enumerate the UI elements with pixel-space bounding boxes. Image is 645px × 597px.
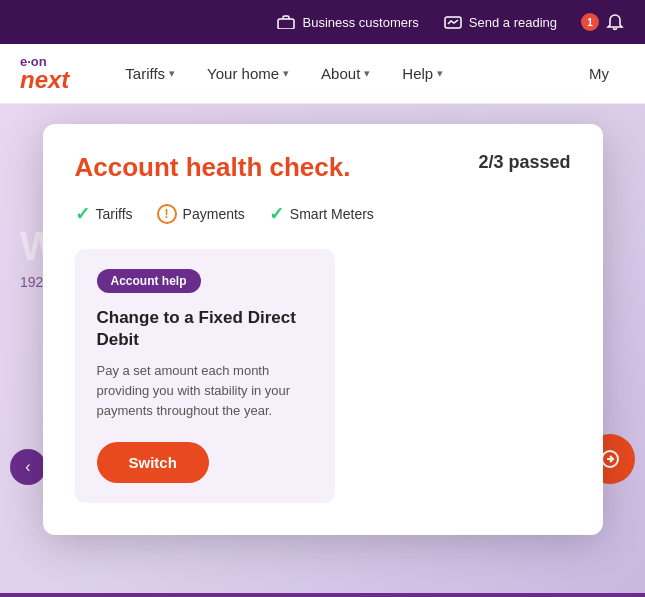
check-icon: ✓ [75,203,90,225]
svg-rect-0 [278,19,294,29]
top-bar: Business customers Send a reading 1 [0,0,645,44]
notification-link[interactable]: 1 [581,12,625,32]
business-customers-label: Business customers [302,15,418,30]
health-item-smart-meters: ✓ Smart Meters [269,203,374,225]
nav-item-tariffs[interactable]: Tariffs ▾ [109,44,191,104]
modal-title: Account health check. [75,152,351,183]
nav-item-my-account[interactable]: My [573,44,625,104]
nav-item-about[interactable]: About ▾ [305,44,386,104]
send-reading-label: Send a reading [469,15,557,30]
nav-my-label: My [589,65,609,82]
health-item-payments: ! Payments [157,204,245,224]
nav-about-label: About [321,65,360,82]
modal-header: Account health check. 2/3 passed [75,152,571,183]
briefcase-icon [276,12,296,32]
nav-bar: e·on next Tariffs ▾ Your home ▾ About ▾ … [0,44,645,104]
check-icon: ✓ [269,203,284,225]
send-reading-link[interactable]: Send a reading [443,12,557,32]
tariffs-label: Tariffs [96,206,133,222]
payments-label: Payments [183,206,245,222]
account-health-modal: Account health check. 2/3 passed ✓ Tarif… [43,124,603,535]
business-customers-link[interactable]: Business customers [276,12,418,32]
switch-button[interactable]: Switch [97,442,209,483]
warning-icon: ! [157,204,177,224]
nav-help-label: Help [402,65,433,82]
logo[interactable]: e·on next [20,55,69,92]
meter-icon [443,12,463,32]
chevron-down-icon: ▾ [437,67,443,80]
nav-tariffs-label: Tariffs [125,65,165,82]
nav-item-your-home[interactable]: Your home ▾ [191,44,305,104]
nav-item-help[interactable]: Help ▾ [386,44,459,104]
notification-icon [605,12,625,32]
health-item-tariffs: ✓ Tariffs [75,203,133,225]
health-items-row: ✓ Tariffs ! Payments ✓ Smart Meters [75,203,571,225]
card-description: Pay a set amount each month providing yo… [97,361,313,421]
logo-next: next [20,68,69,92]
smart-meters-label: Smart Meters [290,206,374,222]
chevron-down-icon: ▾ [283,67,289,80]
modal-score: 2/3 passed [478,152,570,173]
chevron-down-icon: ▾ [169,67,175,80]
nav-your-home-label: Your home [207,65,279,82]
notification-badge: 1 [581,13,599,31]
modal-overlay: Account health check. 2/3 passed ✓ Tarif… [0,104,645,597]
account-help-card: Account help Change to a Fixed Direct De… [75,249,335,503]
card-tag: Account help [97,269,201,293]
chevron-down-icon: ▾ [364,67,370,80]
card-title: Change to a Fixed Direct Debit [97,307,313,351]
